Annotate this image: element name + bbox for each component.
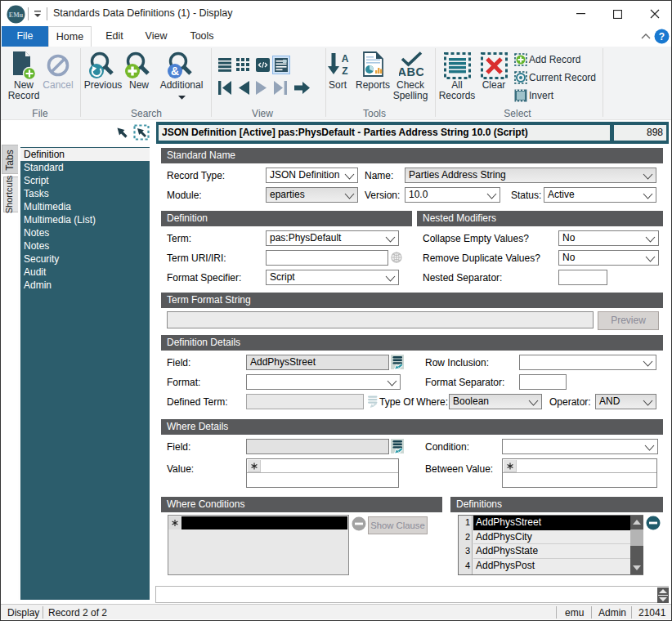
svg-text:EMu: EMu <box>9 11 24 19</box>
svg-text:&: & <box>171 65 179 78</box>
svg-text:ABC: ABC <box>399 65 423 78</box>
svg-text:A: A <box>342 53 349 65</box>
svg-text:?: ? <box>659 31 665 42</box>
svg-text:Z: Z <box>342 65 347 77</box>
